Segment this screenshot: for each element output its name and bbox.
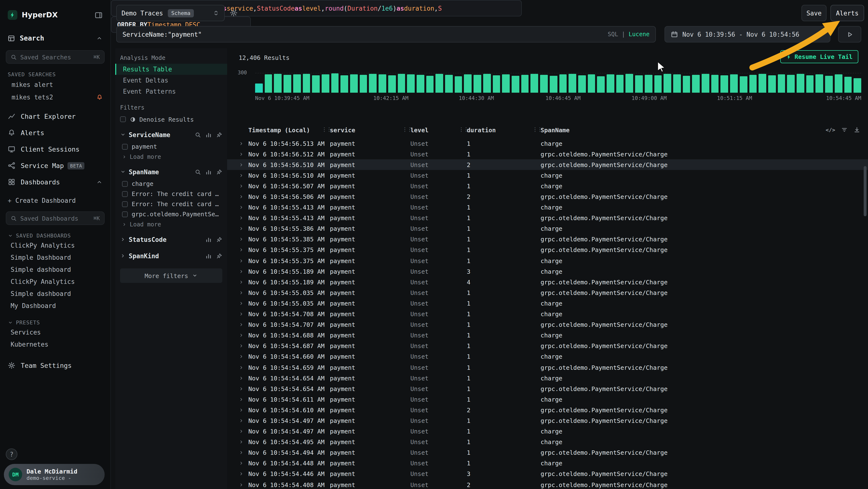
histogram-bar[interactable]: [597, 76, 605, 93]
expand-row-chevron-icon[interactable]: [239, 226, 248, 231]
table-row[interactable]: Nov 6 10:54:55.413 AMpaymentUnset1grpc.o…: [227, 213, 868, 223]
table-row[interactable]: Nov 6 10:54:54.610 AMpaymentUnset2grpc.o…: [227, 405, 868, 415]
table-row[interactable]: Nov 6 10:54:54.708 AMpaymentUnset1charge: [227, 309, 868, 319]
table-row[interactable]: Nov 6 10:54:54.687 AMpaymentUnset1grpc.o…: [227, 341, 868, 351]
saved-dashboard-item[interactable]: ClickPy Analytics: [0, 239, 111, 252]
histogram-bar[interactable]: [635, 75, 643, 93]
expand-row-chevron-icon[interactable]: [239, 322, 248, 327]
pin-icon[interactable]: [216, 253, 222, 259]
collapse-sidebar-icon[interactable]: [94, 11, 103, 19]
histogram-bar[interactable]: [759, 74, 766, 93]
expand-row-chevron-icon[interactable]: [239, 269, 248, 274]
expand-row-chevron-icon[interactable]: [239, 386, 248, 391]
preset-item[interactable]: Kubernetes: [0, 338, 111, 350]
saved-dashboards-label[interactable]: SAVED DASHBOARDS: [0, 232, 111, 239]
analysis-mode-results-table[interactable]: Results Table: [115, 64, 227, 75]
histogram-bar[interactable]: [663, 74, 671, 93]
expand-row-chevron-icon[interactable]: [239, 301, 248, 306]
histogram-bar[interactable]: [255, 84, 262, 93]
expand-row-chevron-icon[interactable]: [239, 194, 248, 199]
expand-row-chevron-icon[interactable]: [239, 162, 248, 167]
expand-row-chevron-icon[interactable]: [239, 151, 248, 156]
alerts-button[interactable]: Alerts: [830, 5, 864, 21]
table-row[interactable]: Nov 6 10:54:55.413 AMpaymentUnset1charge: [227, 202, 868, 213]
histogram-bar[interactable]: [654, 75, 661, 93]
analysis-mode-event-deltas[interactable]: Event Deltas: [115, 75, 227, 86]
table-row[interactable]: Nov 6 10:54:54.660 AMpaymentUnset1charge: [227, 351, 868, 362]
filter-group-statuscode[interactable]: StatusCode: [115, 233, 227, 246]
histogram-bar[interactable]: [350, 74, 358, 93]
language-toggle[interactable]: SQL | Lucene: [608, 31, 650, 38]
expand-row-chevron-icon[interactable]: [239, 248, 248, 253]
time-range-picker[interactable]: Nov 6 10:39:56 - Nov 6 10:54:56: [664, 26, 830, 42]
checkbox[interactable]: [122, 181, 128, 186]
pin-icon[interactable]: [216, 236, 222, 242]
saved-dashboard-item[interactable]: My Dashboard: [0, 300, 111, 312]
histogram-bar[interactable]: [749, 75, 756, 93]
table-row[interactable]: Nov 6 10:54:55.385 AMpaymentUnset1grpc.o…: [227, 234, 868, 245]
presets-label[interactable]: PRESETS: [0, 319, 111, 326]
histogram-bar[interactable]: [711, 75, 719, 93]
expand-row-chevron-icon[interactable]: [239, 461, 248, 466]
expand-row-chevron-icon[interactable]: [239, 290, 248, 295]
histogram-bar[interactable]: [407, 74, 415, 93]
histogram-bar[interactable]: [274, 74, 282, 93]
expand-row-chevron-icon[interactable]: [239, 365, 248, 370]
histogram-bar[interactable]: [778, 74, 785, 93]
table-row[interactable]: Nov 6 10:54:54.446 AMpaymentUnset3grpc.o…: [227, 469, 868, 479]
search-section-header[interactable]: Search: [0, 30, 111, 46]
histogram-bar[interactable]: [473, 75, 481, 93]
help-button[interactable]: ?: [6, 449, 18, 460]
table-row[interactable]: Nov 6 10:54:55.375 AMpaymentUnset1charge: [227, 255, 868, 266]
histogram-bar[interactable]: [483, 74, 491, 93]
filter-group-spankind[interactable]: SpanKind: [115, 249, 227, 263]
saved-dashboard-item[interactable]: Simple Dashboard: [0, 252, 111, 264]
histogram-bar[interactable]: [787, 75, 795, 93]
more-filters-button[interactable]: More filters: [120, 268, 222, 283]
histogram-bar[interactable]: [331, 74, 339, 93]
table-row[interactable]: Nov 6 10:54:55.386 AMpaymentUnset1charge: [227, 224, 868, 234]
team-settings-button[interactable]: Team Settings: [0, 357, 111, 374]
table-row[interactable]: Nov 6 10:54:56.510 AMpaymentUnset1charge: [227, 170, 868, 181]
histogram-bar[interactable]: [578, 75, 586, 93]
histogram-bar[interactable]: [854, 78, 861, 93]
col-duration[interactable]: duration: [467, 126, 496, 134]
histogram-bar[interactable]: [721, 75, 728, 93]
expand-row-chevron-icon[interactable]: [239, 343, 248, 349]
histogram-bar[interactable]: [550, 76, 557, 93]
table-row[interactable]: Nov 6 10:54:54.654 AMpaymentUnset1grpc.o…: [227, 383, 868, 394]
sidebar-item-client-sessions[interactable]: Client Sessions: [0, 141, 111, 157]
histogram-bar[interactable]: [464, 74, 472, 93]
histogram-bar[interactable]: [825, 76, 833, 93]
code-view-icon[interactable]: </>: [826, 127, 835, 133]
checkbox[interactable]: [122, 144, 128, 149]
histogram-bar[interactable]: [283, 75, 291, 93]
expand-row-chevron-icon[interactable]: [239, 397, 248, 402]
table-row[interactable]: Nov 6 10:54:55.375 AMpaymentUnset1grpc.o…: [227, 245, 868, 255]
denoise-results-toggle[interactable]: Denoise Results: [115, 113, 227, 125]
sidebar-item-dashboards[interactable]: Dashboards: [0, 174, 111, 190]
expand-row-chevron-icon[interactable]: [239, 439, 248, 444]
histogram-bar[interactable]: [540, 75, 548, 93]
saved-dashboard-item[interactable]: Simple dashboard: [0, 288, 111, 300]
histogram-bar[interactable]: [426, 76, 434, 93]
histogram-bar[interactable]: [521, 75, 528, 93]
preset-item[interactable]: Services: [0, 326, 111, 338]
expand-row-chevron-icon[interactable]: [239, 183, 248, 189]
col-spanname[interactable]: SpanName: [540, 126, 569, 134]
histogram-bar[interactable]: [445, 75, 453, 93]
histogram-bar[interactable]: [360, 75, 367, 93]
download-icon[interactable]: [854, 126, 860, 133]
user-menu[interactable]: DM Dale McDiarmid demo-service -: [4, 464, 105, 485]
run-query-button[interactable]: [838, 26, 861, 42]
load-more-button[interactable]: Load more: [115, 151, 227, 162]
expand-row-chevron-icon[interactable]: [239, 205, 248, 210]
filter-value-checkbox[interactable]: grpc.oteldemo.PaymentSe…: [115, 209, 227, 219]
expand-row-chevron-icon[interactable]: [239, 418, 248, 423]
histogram-bar[interactable]: [559, 74, 567, 93]
histogram-bar[interactable]: [416, 75, 424, 93]
col-service[interactable]: service: [330, 126, 355, 134]
histogram[interactable]: [255, 73, 861, 93]
table-row[interactable]: Nov 6 10:54:55.189 AMpaymentUnset3charge: [227, 266, 868, 277]
table-row[interactable]: Nov 6 10:54:54.495 AMpaymentUnset1charge: [227, 437, 868, 447]
